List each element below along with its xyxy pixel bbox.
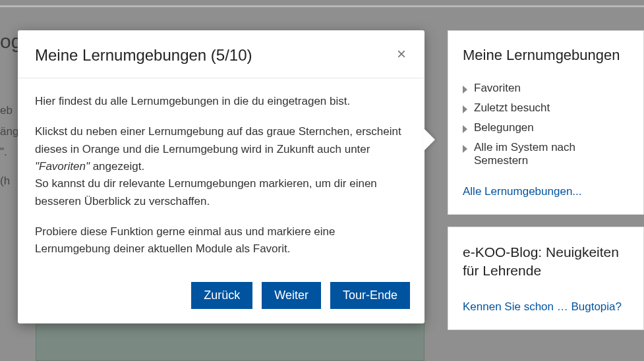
list-item-label: Favoriten <box>474 82 521 95</box>
list-item-label: Alle im System nach Semestern <box>474 141 629 167</box>
blog-post-link[interactable]: Kennen Sie schon … Bugtopia? <box>463 300 622 313</box>
panel-title: Meine Lernumgebungen <box>463 47 629 64</box>
modal-footer: Zurück Weiter Tour-Ende <box>18 277 424 323</box>
modal-paragraph: Klickst du neben einer Lernumgebung auf … <box>35 123 407 210</box>
list-item-belegungen[interactable]: Belegungen <box>463 118 629 138</box>
close-button[interactable]: × <box>395 46 407 62</box>
all-lernumgebungen-link[interactable]: Alle Lernumgebungen... <box>463 185 582 198</box>
next-button[interactable]: Weiter <box>262 282 321 309</box>
list-item-label: Belegungen <box>474 121 534 134</box>
chevron-right-icon <box>463 105 467 113</box>
back-button[interactable]: Zurück <box>191 282 252 309</box>
panel-lernumgebungen: Meine Lernumgebungen Favoriten Zuletzt b… <box>448 30 644 215</box>
list-item-alle-semester[interactable]: Alle im System nach Semestern <box>463 138 629 171</box>
modal-body: Hier findest du alle Lernumgebungen in d… <box>18 78 424 277</box>
modal-paragraph: Probiere diese Funktion gerne einmal aus… <box>35 223 407 258</box>
modal-header: Meine Lernumgebungen (5/10) × <box>18 30 424 78</box>
list-item-zuletzt-besucht[interactable]: Zuletzt besucht <box>463 98 629 118</box>
panel-title: e-KOO-Blog: Neuigkeiten für Lehrende <box>463 243 629 281</box>
right-sidebar: Meine Lernumgebungen Favoriten Zuletzt b… <box>448 30 644 342</box>
panel-ekoo-blog: e-KOO-Blog: Neuigkeiten für Lehrende Ken… <box>448 227 644 330</box>
top-divider <box>0 5 644 7</box>
modal-title: Meine Lernumgebungen (5/10) <box>35 46 252 65</box>
chevron-right-icon <box>463 145 467 153</box>
list-item-label: Zuletzt besucht <box>474 101 550 115</box>
tour-end-button[interactable]: Tour-Ende <box>330 282 410 309</box>
list-item-favoriten[interactable]: Favoriten <box>463 78 629 98</box>
chevron-right-icon <box>463 86 467 94</box>
arrow-right-icon <box>423 128 435 152</box>
tour-modal: Meine Lernumgebungen (5/10) × Hier finde… <box>18 30 424 323</box>
chevron-right-icon <box>463 125 467 133</box>
modal-paragraph: Hier findest du alle Lernumgebungen in d… <box>35 93 407 110</box>
lernumgebungen-list: Favoriten Zuletzt besucht Belegungen All… <box>463 78 629 171</box>
close-icon: × <box>397 45 406 63</box>
